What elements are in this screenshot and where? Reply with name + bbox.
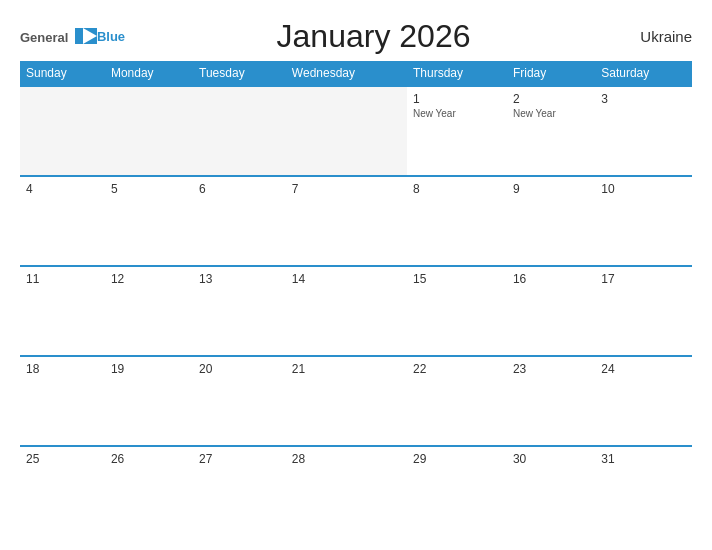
day-number: 29 [413,452,501,466]
day-event-label: New Year [513,108,589,119]
day-number: 27 [199,452,280,466]
day-number: 15 [413,272,501,286]
logo: General Blue [20,28,125,46]
day-number: 5 [111,182,187,196]
weekday-header: Saturday [595,61,692,86]
day-number: 2 [513,92,589,106]
day-number: 13 [199,272,280,286]
calendar-day-cell: 23 [507,356,595,446]
day-number: 19 [111,362,187,376]
calendar-day-cell: 24 [595,356,692,446]
calendar-day-cell: 3 [595,86,692,176]
calendar-day-cell: 14 [286,266,407,356]
calendar-day-cell [193,86,286,176]
country-name: Ukraine [622,28,692,45]
calendar-day-cell [286,86,407,176]
calendar-day-cell: 8 [407,176,507,266]
day-number: 20 [199,362,280,376]
calendar-day-cell: 13 [193,266,286,356]
calendar-day-cell: 31 [595,446,692,536]
calendar-day-cell: 28 [286,446,407,536]
day-number: 6 [199,182,280,196]
day-number: 16 [513,272,589,286]
calendar-day-cell: 4 [20,176,105,266]
calendar-day-cell [105,86,193,176]
day-number: 28 [292,452,401,466]
calendar-day-cell: 18 [20,356,105,446]
calendar-day-cell: 5 [105,176,193,266]
day-number: 3 [601,92,686,106]
calendar-day-cell [20,86,105,176]
day-number: 18 [26,362,99,376]
calendar-title: January 2026 [125,18,622,55]
calendar-day-cell: 25 [20,446,105,536]
calendar-day-cell: 10 [595,176,692,266]
day-number: 8 [413,182,501,196]
day-number: 26 [111,452,187,466]
calendar-header-row: SundayMondayTuesdayWednesdayThursdayFrid… [20,61,692,86]
calendar-page: General Blue January 2026 Ukraine Sunday… [0,0,712,550]
weekday-header: Wednesday [286,61,407,86]
day-event-label: New Year [413,108,501,119]
calendar-day-cell: 29 [407,446,507,536]
calendar-day-cell: 27 [193,446,286,536]
day-number: 21 [292,362,401,376]
calendar-week-row: 25262728293031 [20,446,692,536]
calendar-day-cell: 2New Year [507,86,595,176]
day-number: 22 [413,362,501,376]
day-number: 12 [111,272,187,286]
calendar-day-cell: 20 [193,356,286,446]
day-number: 24 [601,362,686,376]
calendar-table: SundayMondayTuesdayWednesdayThursdayFrid… [20,61,692,536]
logo-blue-text: Blue [97,30,125,43]
calendar-week-row: 18192021222324 [20,356,692,446]
weekday-header: Thursday [407,61,507,86]
weekday-header: Tuesday [193,61,286,86]
day-number: 4 [26,182,99,196]
calendar-body: 1New Year2New Year3456789101112131415161… [20,86,692,536]
calendar-week-row: 1New Year2New Year3 [20,86,692,176]
logo-general-text: General [20,30,68,45]
calendar-day-cell: 6 [193,176,286,266]
calendar-day-cell: 12 [105,266,193,356]
calendar-day-cell: 22 [407,356,507,446]
weekday-header: Sunday [20,61,105,86]
calendar-day-cell: 17 [595,266,692,356]
calendar-day-cell: 15 [407,266,507,356]
day-number: 30 [513,452,589,466]
calendar-day-cell: 26 [105,446,193,536]
logo-flag-icon [75,28,97,44]
day-number: 17 [601,272,686,286]
day-number: 25 [26,452,99,466]
calendar-day-cell: 1New Year [407,86,507,176]
calendar-day-cell: 7 [286,176,407,266]
calendar-day-cell: 30 [507,446,595,536]
day-number: 23 [513,362,589,376]
calendar-day-cell: 11 [20,266,105,356]
calendar-day-cell: 16 [507,266,595,356]
calendar-week-row: 11121314151617 [20,266,692,356]
weekday-header: Monday [105,61,193,86]
day-number: 14 [292,272,401,286]
day-number: 7 [292,182,401,196]
day-number: 11 [26,272,99,286]
calendar-week-row: 45678910 [20,176,692,266]
day-number: 1 [413,92,501,106]
calendar-day-cell: 9 [507,176,595,266]
calendar-day-cell: 19 [105,356,193,446]
day-number: 10 [601,182,686,196]
day-number: 31 [601,452,686,466]
calendar-day-cell: 21 [286,356,407,446]
weekday-header: Friday [507,61,595,86]
calendar-header: General Blue January 2026 Ukraine [20,18,692,55]
day-number: 9 [513,182,589,196]
